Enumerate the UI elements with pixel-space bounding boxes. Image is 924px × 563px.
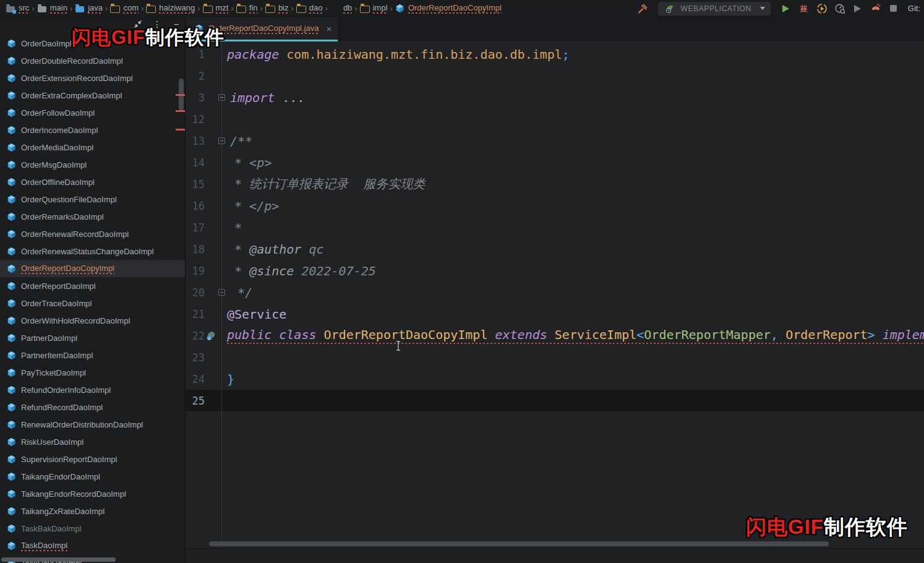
folder-icon	[146, 4, 156, 14]
sidebar-item-label: OrderMsgDaoImpl	[21, 160, 87, 170]
gutter-spacer	[206, 200, 216, 211]
sidebar-item-OrderExtensionRecordDaoImpl[interactable]: OrderExtensionRecordDaoImpl	[0, 69, 185, 87]
breadcrumb-label: com	[123, 3, 139, 14]
breadcrumb-item[interactable]: java	[75, 3, 103, 14]
breadcrumb-item[interactable]: fin	[236, 3, 258, 14]
git-widget[interactable]: Git:	[908, 4, 920, 13]
sidebar-item-OrderTraceDaoImpl[interactable]: OrderTraceDaoImpl	[0, 294, 185, 312]
sidebar-item-PartnerDaoImpl[interactable]: PartnerDaoImpl	[0, 329, 185, 346]
sidebar-item-OrderQuestionFileDaoImpl[interactable]: OrderQuestionFileDaoImpl	[0, 191, 185, 208]
sidebar-item-OrderMediaDaoImpl[interactable]: OrderMediaDaoImpl	[0, 139, 185, 156]
breadcrumb-item[interactable]: db	[330, 3, 352, 14]
code-line-22[interactable]: 22cpublic class OrderReportDaoCopyImpl e…	[186, 325, 924, 346]
breadcrumb-label: impl	[373, 3, 388, 14]
sidebar-item-OrderIncomeDaoImpl[interactable]: OrderIncomeDaoImpl	[0, 121, 185, 139]
sidebar-item-label: OrderDoubleRecordDaoImpl	[21, 56, 123, 66]
sidebar-item-TaikangEndorDaoImpl[interactable]: TaikangEndorDaoImpl	[0, 468, 185, 485]
sidebar-item-TaskDaoImpl[interactable]: TaskDaoImpl	[0, 537, 185, 554]
line-number: 22	[186, 330, 205, 342]
code-line-16[interactable]: 16 * </p>	[186, 195, 924, 217]
phone-attach-icon[interactable]	[870, 2, 882, 15]
code-line-19[interactable]: 19 * @since 2022-07-25	[186, 260, 924, 282]
code-line-14[interactable]: 14 * <p>	[186, 152, 924, 173]
breadcrumb-item[interactable]: biz	[265, 3, 289, 14]
gutter: 16	[186, 195, 222, 217]
code-line-2[interactable]: 2	[186, 65, 924, 87]
line-number: 12	[186, 113, 205, 126]
sidebar-item-TaskBakDaoImpl[interactable]: TaskBakDaoImpl	[0, 520, 185, 537]
sidebar-item-OrderWithHoldRecordDaoImpl[interactable]: OrderWithHoldRecordDaoImpl	[0, 312, 185, 329]
code-text: /**	[225, 134, 252, 148]
spring-bean-icon[interactable]: c	[206, 330, 216, 341]
sidebar-item-OrderExtraComplexDaoImpl[interactable]: OrderExtraComplexDaoImpl	[0, 87, 185, 104]
code-line-23[interactable]: 23	[186, 346, 924, 368]
build-hammer-icon[interactable]	[636, 2, 649, 15]
run-configuration-select[interactable]: WEBAPPLICATION	[658, 2, 771, 15]
code-line-20[interactable]: 20− */	[186, 282, 924, 303]
editor-horizontal-scrollbar-thumb[interactable]	[209, 541, 829, 546]
code-line-15[interactable]: 15 * 统计订单报表记录 服务实现类	[186, 173, 924, 195]
breadcrumb-label: main	[50, 3, 67, 14]
code-text: import ...	[225, 90, 304, 105]
code-text: */	[225, 285, 252, 300]
code-line-25[interactable]: 25	[186, 390, 924, 411]
code-line-3[interactable]: 3+import ...	[186, 87, 924, 108]
stop-button[interactable]	[888, 2, 900, 15]
sidebar-item-PartnerItemDaoImpl[interactable]: PartnerItemDaoImpl	[0, 346, 185, 364]
sidebar-item-RiskUserDaoImpl[interactable]: RiskUserDaoImpl	[0, 433, 185, 450]
java-class-icon	[6, 385, 16, 395]
sidebar-item-OrderMsgDaoImpl[interactable]: OrderMsgDaoImpl	[0, 156, 185, 173]
code-line-1[interactable]: 1package com.haiziwang.mzt.fin.biz.dao.d…	[186, 43, 924, 65]
code-line-13[interactable]: 13−/**	[186, 130, 924, 152]
run-button[interactable]	[780, 2, 792, 15]
line-number: 23	[186, 351, 205, 364]
sidebar-item-OrderDoubleRecordDaoImpl[interactable]: OrderDoubleRecordDaoImpl	[0, 52, 185, 69]
breadcrumb-label: db	[343, 3, 352, 14]
sidebar-item-label: OrderOfflineDaoImpl	[21, 178, 95, 187]
sidebar-item-RefundOrderInfoDaoImpl[interactable]: RefundOrderInfoDaoImpl	[0, 381, 185, 398]
code-line-17[interactable]: 17 *	[186, 217, 924, 238]
breadcrumb-item[interactable]: impl	[360, 3, 388, 14]
sidebar-item-RenewalOrderDistributionDaoImpl[interactable]: RenewalOrderDistributionDaoImpl	[0, 416, 185, 433]
breadcrumb-label: java	[88, 3, 103, 14]
run-secondary-button[interactable]	[852, 2, 864, 15]
sidebar-item-TaikangZxRateDaoImpl[interactable]: TaikangZxRateDaoImpl	[0, 502, 185, 520]
breadcrumb-item[interactable]: dao	[296, 3, 323, 14]
gutter-spacer	[206, 157, 216, 168]
run-with-coverage-button[interactable]	[816, 2, 828, 15]
spring-boot-run-config-icon	[664, 2, 676, 15]
debug-button[interactable]	[798, 2, 810, 15]
sidebar-item-OrderRenewalRecordDaoImpl[interactable]: OrderRenewalRecordDaoImpl	[0, 225, 185, 243]
error-stripe-mark	[176, 94, 185, 96]
sidebar-item-OrderReportDaoCopyImpl[interactable]: OrderReportDaoCopyImpl	[0, 260, 185, 277]
error-underline: public class OrderReportDaoCopyImpl exte…	[227, 327, 924, 344]
breadcrumb-item[interactable]: mzt	[203, 3, 229, 14]
watermark-bottom: 闪电GIF制作软件	[746, 514, 908, 541]
breadcrumb-item[interactable]: src	[6, 3, 29, 14]
breadcrumb-separator: ›	[354, 4, 357, 13]
close-tab-icon[interactable]: ×	[326, 24, 332, 34]
sidebar-item-OrderRemarksDaoImpl[interactable]: OrderRemarksDaoImpl	[0, 208, 185, 225]
breadcrumb-item[interactable]: haiziwang	[146, 3, 195, 14]
sidebar-item-OrderOfflineDaoImpl[interactable]: OrderOfflineDaoImpl	[0, 173, 185, 191]
code-line-24[interactable]: 24}	[186, 368, 924, 390]
sidebar-item-label: OrderExtraComplexDaoImpl	[21, 91, 122, 100]
breadcrumb-item[interactable]: com	[110, 3, 139, 14]
code-line-12[interactable]: 12	[186, 108, 924, 130]
folder-gray-icon	[37, 4, 47, 14]
sidebar-item-OrderFollowDaoImpl[interactable]: OrderFollowDaoImpl	[0, 104, 185, 121]
code-editor[interactable]: 1package com.haiziwang.mzt.fin.biz.dao.d…	[186, 41, 924, 549]
sidebar-item-OrderReportDaoImpl[interactable]: OrderReportDaoImpl	[0, 277, 185, 294]
sidebar-item-PayTicketDaoImpl[interactable]: PayTicketDaoImpl	[0, 364, 185, 381]
sidebar-item-OrderRenewalStatusChangeDaoImpl[interactable]: OrderRenewalStatusChangeDaoImpl	[0, 243, 185, 260]
profiler-button[interactable]	[834, 2, 846, 15]
text-cursor-icon	[395, 341, 401, 353]
tree-horizontal-scrollbar-thumb[interactable]	[1, 557, 116, 562]
sidebar-item-RefundRecordDaoImpl[interactable]: RefundRecordDaoImpl	[0, 398, 185, 416]
breadcrumb-item[interactable]: OrderReportDaoCopyImpl	[395, 3, 502, 14]
sidebar-item-TaikangEndorRecordDaoImpl[interactable]: TaikangEndorRecordDaoImpl	[0, 485, 185, 502]
sidebar-item-SupervisionReportDaoImpl[interactable]: SupervisionReportDaoImpl	[0, 450, 185, 468]
code-line-18[interactable]: 18 * @author qc	[186, 238, 924, 260]
code-line-21[interactable]: 21@Service	[186, 303, 924, 325]
breadcrumb-item[interactable]: main	[37, 3, 67, 14]
